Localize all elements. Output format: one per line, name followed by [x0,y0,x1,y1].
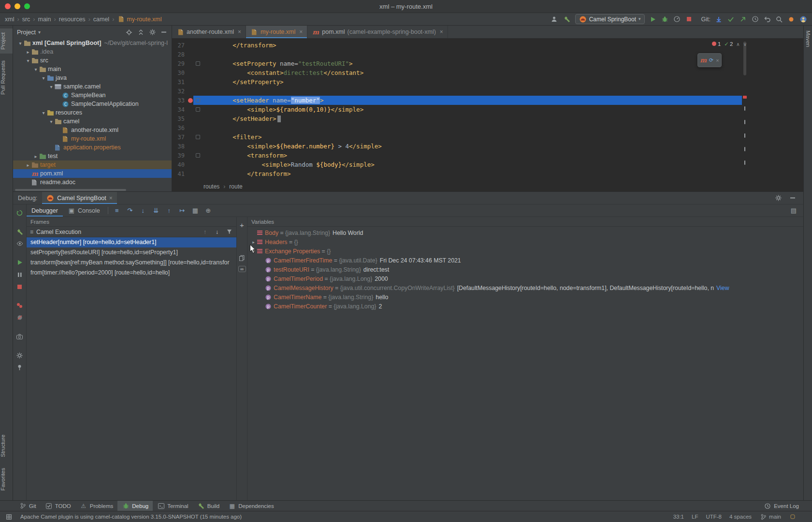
tool-button-todo[interactable]: TODO [41,501,75,511]
user-icon[interactable] [551,15,558,23]
resume-icon[interactable] [16,259,24,266]
tree-item-another-route-xml[interactable]: another-route.xml [13,126,172,134]
line-number[interactable]: 31 [172,79,188,86]
line-number[interactable]: 29 [172,60,188,67]
settings-icon[interactable] [774,194,782,202]
line-number[interactable]: 36 [172,125,188,131]
settings-icon[interactable] [16,351,24,359]
chevron-right-icon[interactable]: ▸ [32,154,39,159]
step-over-icon[interactable]: ↷ [126,207,134,215]
code-line[interactable]: 28 [172,50,748,59]
line-number[interactable]: 39 [172,152,188,159]
editor-tab-another-route-xml[interactable]: another-route.xml× [172,26,246,38]
stop-icon[interactable] [16,283,24,290]
stop-icon[interactable] [685,15,693,23]
editor-breadcrumb-item[interactable]: route [229,183,242,190]
chevron-down-icon[interactable]: ▾ [40,75,47,81]
line-number[interactable]: 34 [172,106,188,113]
line-number[interactable]: 41 [172,171,188,177]
tree-item-resources[interactable]: ▾resources [13,108,172,117]
code-line[interactable]: 32 [172,87,748,96]
caret-position[interactable]: 33:1 [673,514,684,520]
tree-item-pom-xml[interactable]: mpom.xml [13,169,172,178]
inspection-widget[interactable]: 1 ✓2 ∧ ∨ [712,41,747,47]
error-stripe[interactable] [742,39,748,181]
fold-icon[interactable] [196,153,200,158]
tree-item-samplecamelapplication[interactable]: CSampleCamelApplication [13,100,172,108]
filter-icon[interactable] [225,228,233,236]
code-line[interactable]: 27 </transform> [172,41,748,50]
tool-button-build[interactable]: Build [193,501,224,511]
update-icon[interactable] [715,15,723,23]
fold-gutter[interactable] [193,98,203,102]
fold-gutter[interactable] [193,61,203,66]
tree-item-test[interactable]: ▸test [13,152,172,160]
breadcrumb-item[interactable]: main [38,16,51,23]
editor-breadcrumb-item[interactable]: routes [203,183,219,190]
hammer-icon[interactable] [16,228,24,235]
collapse-all-icon[interactable] [137,29,145,36]
code-line[interactable]: 34 <simple>${random(0,10)}</simple> [172,105,748,114]
chevron-down-icon[interactable]: ▾ [40,110,47,116]
indent-style[interactable]: 4 spaces [729,514,752,520]
watch-return-values-icon[interactable]: ∞ [238,266,246,272]
add-watch-icon[interactable]: + [240,221,244,229]
profiler-icon[interactable] [673,15,681,23]
line-number[interactable]: 38 [172,143,188,150]
thread-selector[interactable]: ≡ Camel Execution ↑↓ [27,227,236,237]
prev-problem-icon[interactable]: ∧ [736,42,740,47]
hide-icon[interactable] [789,194,797,202]
pin-icon[interactable] [16,363,24,371]
variable-row-body[interactable]: Body = {java.lang.String}Hello World [247,228,803,237]
rollback-icon[interactable] [763,15,771,23]
code-line[interactable]: 33 <setHeader name="number"> [172,96,748,105]
code-line[interactable]: 40 <simple>Random ${body}</simple> [172,160,748,169]
code-line[interactable]: 41 </transform> [172,169,748,178]
close-icon[interactable]: × [109,195,113,202]
code-editor[interactable]: 27 </transform>2829 <setProperty name="t… [172,39,748,181]
file-encoding[interactable]: UTF-8 [706,514,722,520]
line-number[interactable]: 35 [172,116,188,122]
view-link[interactable]: View [716,285,729,291]
camera-icon[interactable] [16,333,24,340]
settings-icon[interactable] [148,29,156,36]
run-icon[interactable] [649,15,657,23]
search-icon[interactable] [775,15,783,23]
chevron-right-icon[interactable]: ▸ [250,240,257,245]
chevron-down-icon[interactable]: ▾ [17,41,24,46]
frame-row[interactable]: setProperty[testRouteURI] [route=hello,i… [27,247,236,258]
commit-icon[interactable] [727,15,735,23]
breadcrumb-file[interactable]: my-route.xml [117,15,161,23]
variable-row-cameltimerperiod[interactable]: pCamelTimerPeriod = {java.lang.Long}2000 [247,274,803,283]
code-line[interactable]: 31 </setProperty> [172,77,748,87]
tree-item--idea[interactable]: ▸.idea [13,47,172,56]
tool-button-event-log[interactable]: Event Log [759,501,803,511]
fold-icon[interactable] [196,107,200,112]
fold-icon[interactable] [196,135,200,139]
push-icon[interactable] [739,15,747,23]
code-line[interactable]: 39 <transform> [172,151,748,160]
variable-row-testrouteuri[interactable]: ptestRouteURI = {java.lang.String}direct… [247,265,803,274]
minimize-window-button[interactable] [14,3,20,9]
code-line[interactable]: 29 <setProperty name="testRouteURI"> [172,59,748,68]
zoom-window-button[interactable] [24,3,30,9]
close-icon[interactable]: × [716,58,719,63]
pause-icon[interactable] [16,271,24,278]
line-number[interactable]: 27 [172,42,188,49]
tree-item-xml-camel-springboot-[interactable]: ▾xml [Camel SpringBoot]~/Dev/git/camel-s… [13,39,172,47]
project-panel-title[interactable]: Project [17,29,36,36]
layout-icon[interactable]: ▤ [790,207,798,215]
tree-item-my-route-xml[interactable]: my-route.xml [13,134,172,143]
fold-gutter[interactable] [193,153,203,158]
locate-icon[interactable] [125,29,133,36]
breadcrumb-item[interactable]: resources [59,16,86,23]
horizontal-scrollbar[interactable] [15,189,126,191]
variable-row-cameltimername[interactable]: pCamelTimerName = {java.lang.String}hell… [247,292,803,302]
stripe-mark[interactable] [744,106,745,111]
line-number[interactable]: 28 [172,51,188,58]
run-config-selector[interactable]: Camel SpringBoot ▾ [575,14,645,24]
breadcrumb-item[interactable]: src [22,16,30,23]
chevron-down-icon[interactable]: ▾ [32,67,39,72]
chevron-down-icon[interactable]: ▾ [48,84,55,89]
tree-item-readme-adoc[interactable]: readme.adoc [13,178,172,187]
